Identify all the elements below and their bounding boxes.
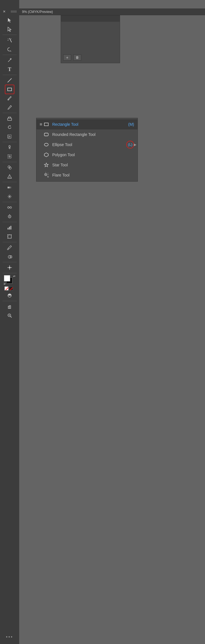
panel-body: [61, 22, 120, 26]
pencil-tool-button[interactable]: [5, 103, 14, 112]
svg-marker-1: [8, 27, 11, 32]
more-tools-button[interactable]: •••: [6, 634, 13, 639]
separator-12: [3, 273, 17, 273]
empty-indicator-3: [40, 154, 42, 156]
panel-delete-button[interactable]: 🗑: [73, 54, 81, 61]
mask-icon: [7, 293, 12, 298]
close-icon[interactable]: ✕: [3, 10, 6, 14]
ellipse-tool-menu-item[interactable]: Ellipse Tool (L) ▶: [36, 140, 138, 150]
ellipse-tool-label: Ellipse Tool: [52, 142, 124, 147]
pen-tool-button[interactable]: [5, 56, 14, 65]
zoom-tool-button[interactable]: [5, 311, 14, 320]
svg-point-28: [9, 216, 10, 217]
polygon-tool-menu-item[interactable]: Polygon Tool: [36, 150, 138, 160]
eraser-icon: [7, 116, 12, 121]
toolbar-header: ✕: [0, 8, 19, 15]
rectangle-tool-menu-item[interactable]: Rectangle Tool (M): [36, 119, 138, 129]
column-graph-icon: [7, 225, 12, 230]
flare-tool-label: Flare Tool: [52, 173, 134, 177]
symbol-sprayer-tool-button[interactable]: [5, 212, 14, 221]
rotate-icon: [7, 125, 12, 130]
svg-rect-49: [44, 123, 48, 126]
lasso-tool-button[interactable]: [5, 45, 14, 54]
zoom-bar: 9% (CMYK/Preview): [19, 8, 205, 15]
shape-builder-icon: [7, 165, 12, 170]
svg-point-27: [8, 215, 11, 218]
slice-tool-button[interactable]: [5, 263, 14, 272]
polygon-tool-icon: [43, 152, 49, 158]
star-tool-icon: [43, 162, 49, 168]
separator-9: [3, 222, 17, 222]
blend-tool-button[interactable]: [5, 203, 14, 212]
no-stroke-box[interactable]: [9, 286, 13, 290]
direct-selection-tool-button[interactable]: [5, 25, 14, 34]
zoom-level-label: 9% (CMYK/Preview): [22, 10, 53, 14]
free-transform-tool-button[interactable]: [5, 152, 14, 161]
blend-icon: [7, 205, 12, 210]
svg-point-40: [7, 249, 8, 250]
line-tool-button[interactable]: [5, 76, 14, 85]
rectangle-tool-icon: [43, 121, 49, 127]
separator-13: [3, 301, 17, 301]
svg-point-43: [9, 267, 10, 268]
mesh-tool-button[interactable]: [5, 192, 14, 201]
separator-1: [3, 35, 17, 35]
empty-indicator: [40, 133, 42, 136]
pen-icon: [7, 58, 12, 63]
rotate-tool-button[interactable]: [5, 123, 14, 132]
lasso-icon: [7, 47, 12, 52]
eyedropper-tool-button[interactable]: [5, 243, 14, 252]
svg-line-59: [48, 173, 48, 173]
svg-rect-30: [8, 228, 8, 230]
swap-colors-icon[interactable]: ⇄: [13, 275, 15, 278]
ellipse-tool-icon: [43, 142, 49, 148]
column-graph-tool-button[interactable]: [5, 223, 14, 232]
svg-point-25: [10, 207, 12, 208]
type-icon: T: [8, 67, 11, 72]
rectangle-tool-shortcut: (M): [128, 122, 134, 127]
magic-wand-tool-button[interactable]: [5, 36, 14, 45]
panel-add-button[interactable]: +: [63, 54, 71, 61]
mask-tool-button[interactable]: [5, 291, 14, 300]
no-fill-box[interactable]: [5, 286, 8, 290]
svg-point-14: [9, 145, 10, 147]
separator-3: [3, 75, 17, 75]
flare-tool-menu-item[interactable]: Flare Tool: [36, 170, 138, 180]
scale-tool-button[interactable]: [5, 132, 14, 141]
panel-footer: + 🗑: [63, 54, 81, 61]
svg-rect-32: [10, 226, 11, 230]
puppet-warp-tool-button[interactable]: [5, 143, 14, 152]
svg-rect-9: [8, 88, 12, 91]
hand-tool-button[interactable]: [5, 302, 14, 311]
shape-tool-button[interactable]: [5, 85, 14, 94]
perspective-grid-tool-button[interactable]: [5, 172, 14, 181]
svg-rect-50: [44, 133, 48, 136]
type-tool-button[interactable]: T: [5, 65, 14, 74]
selection-tool-button[interactable]: [5, 16, 14, 25]
svg-line-6: [11, 39, 11, 39]
star-tool-menu-item[interactable]: Star Tool: [36, 160, 138, 170]
line-icon: [7, 78, 12, 83]
color-selector[interactable]: ⇄ ◪: [4, 275, 15, 285]
active-indicator: [40, 123, 42, 125]
gradient-icon: [7, 185, 12, 190]
rounded-rectangle-tool-menu-item[interactable]: Rounded Rectangle Tool: [36, 129, 138, 140]
svg-rect-11: [8, 118, 12, 120]
measure-tool-button[interactable]: [5, 252, 14, 261]
separator-10: [3, 242, 17, 242]
canvas-area: 9% (CMYK/Preview) + 🗑 Rectangle Tool (M): [19, 8, 205, 644]
fill-color-box[interactable]: [4, 275, 10, 281]
polygon-tool-label: Polygon Tool: [52, 153, 134, 157]
svg-rect-33: [8, 235, 11, 238]
shape-builder-tool-button[interactable]: [5, 163, 14, 172]
measure-icon: [7, 254, 12, 259]
toolbar-grip: [11, 10, 17, 13]
separator-2: [3, 55, 17, 55]
default-colors-icon[interactable]: ◪: [3, 282, 6, 285]
gradient-tool-button[interactable]: [5, 183, 14, 192]
eraser-tool-button[interactable]: [5, 114, 14, 123]
flare-tool-icon: [43, 172, 49, 178]
paintbrush-tool-button[interactable]: [5, 94, 14, 103]
artboard-tool-button[interactable]: [5, 232, 14, 241]
ellipse-tool-shortcut: (L): [126, 141, 134, 149]
